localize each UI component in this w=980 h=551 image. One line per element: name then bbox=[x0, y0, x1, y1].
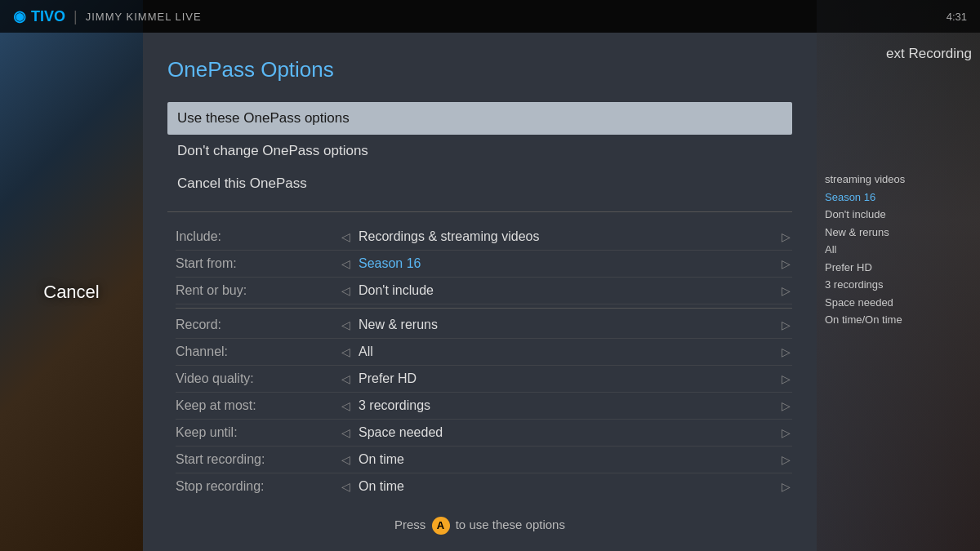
right-item-preferhd: Prefer HD bbox=[825, 260, 972, 276]
arrow-right-include[interactable]: ▷ bbox=[779, 230, 792, 243]
option-start-from-label: Start from: bbox=[176, 256, 339, 271]
option-rent-buy: Rent or buy: ◁ Don't include ▷ bbox=[176, 278, 792, 304]
tivo-header: ◉ TIVO | JIMMY KIMMEL LIVE 4:31 bbox=[0, 0, 980, 33]
right-item-streaming: streaming videos bbox=[825, 171, 972, 188]
option-keep-at-most-label: Keep at most: bbox=[176, 398, 339, 413]
right-item-ontime: On time/On time bbox=[825, 312, 972, 328]
option-video-quality-controls: ◁ Prefer HD ▷ bbox=[339, 371, 792, 386]
arrow-right-keep-until[interactable]: ▷ bbox=[779, 426, 792, 439]
next-recording-header: ext Recording bbox=[878, 33, 980, 75]
option-rent-buy-controls: ◁ Don't include ▷ bbox=[339, 283, 792, 298]
tivo-wordmark: TIVO bbox=[31, 8, 65, 25]
menu-item-use[interactable]: Use these OnePass options bbox=[167, 102, 792, 135]
right-item-dontinclude: Don't include bbox=[825, 207, 972, 223]
right-item-3recordings: 3 recordings bbox=[825, 277, 972, 293]
option-start-recording: Start recording: ◁ On time ▷ bbox=[176, 447, 792, 473]
option-start-recording-controls: ◁ On time ▷ bbox=[339, 452, 792, 467]
option-record-controls: ◁ New & reruns ▷ bbox=[339, 318, 792, 332]
option-keep-until-controls: ◁ Space needed ▷ bbox=[339, 425, 792, 440]
arrow-left-channel[interactable]: ◁ bbox=[339, 345, 352, 358]
option-stop-recording-label: Stop recording: bbox=[176, 479, 339, 494]
arrow-left-keep-at-most[interactable]: ◁ bbox=[339, 399, 352, 412]
a-button[interactable]: A bbox=[432, 517, 450, 535]
show-name: JIMMY KIMMEL LIVE bbox=[86, 11, 202, 23]
option-video-quality-label: Video quality: bbox=[176, 371, 339, 386]
arrow-right-stop-recording[interactable]: ▷ bbox=[779, 480, 792, 493]
option-start-from-controls: ◁ Season 16 ▷ bbox=[339, 256, 792, 271]
right-summary: streaming videos Season 16 Don't include… bbox=[817, 163, 980, 338]
footer-prefix: Press bbox=[394, 518, 425, 531]
arrow-right-start-recording[interactable]: ▷ bbox=[779, 453, 792, 466]
tivo-icon: ◉ bbox=[13, 7, 26, 25]
option-keep-at-most: Keep at most: ◁ 3 recordings ▷ bbox=[176, 393, 792, 420]
option-channel-label: Channel: bbox=[176, 344, 339, 359]
arrow-left-keep-until[interactable]: ◁ bbox=[339, 426, 352, 439]
option-include-label: Include: bbox=[176, 229, 339, 244]
option-record: Record: ◁ New & reruns ▷ bbox=[176, 312, 792, 339]
option-rent-buy-value: Don't include bbox=[359, 283, 773, 298]
right-item-spaceneeded: Space needed bbox=[825, 295, 972, 311]
option-include-value: Recordings & streaming videos bbox=[359, 229, 773, 244]
tivo-logo: ◉ TIVO bbox=[13, 7, 65, 25]
arrow-right-record[interactable]: ▷ bbox=[779, 318, 792, 331]
current-time: 4:31 bbox=[947, 11, 967, 23]
arrow-left-start-recording[interactable]: ◁ bbox=[339, 453, 352, 466]
option-include-controls: ◁ Recordings & streaming videos ▷ bbox=[339, 229, 792, 244]
arrow-left-start-from[interactable]: ◁ bbox=[339, 257, 352, 270]
arrow-left-record[interactable]: ◁ bbox=[339, 318, 352, 331]
option-record-value: New & reruns bbox=[359, 318, 773, 332]
right-item-season: Season 16 bbox=[825, 189, 972, 206]
onepass-dialog: OnePass Options Use these OnePass option… bbox=[143, 33, 817, 551]
menu-item-dont-change[interactable]: Don't change OnePass options bbox=[167, 135, 792, 167]
option-start-from-value: Season 16 bbox=[359, 256, 773, 271]
arrow-left-stop-recording[interactable]: ◁ bbox=[339, 480, 352, 493]
option-video-quality-value: Prefer HD bbox=[359, 371, 773, 386]
dialog-footer: Press A to use these options bbox=[143, 517, 817, 535]
option-channel-value: All bbox=[359, 344, 773, 359]
right-item-all: All bbox=[825, 242, 972, 258]
option-start-from: Start from: ◁ Season 16 ▷ bbox=[176, 251, 792, 278]
option-channel: Channel: ◁ All ▷ bbox=[176, 339, 792, 366]
right-item-reruns: New & reruns bbox=[825, 224, 972, 241]
option-video-quality: Video quality: ◁ Prefer HD ▷ bbox=[176, 366, 792, 393]
arrow-left-rent-buy[interactable]: ◁ bbox=[339, 284, 352, 297]
arrow-right-start-from[interactable]: ▷ bbox=[779, 257, 792, 270]
option-record-label: Record: bbox=[176, 318, 339, 332]
next-recording-text: ext Recording bbox=[886, 46, 972, 61]
arrow-right-video-quality[interactable]: ▷ bbox=[779, 372, 792, 385]
menu-item-cancel-onepass[interactable]: Cancel this OnePass bbox=[167, 167, 792, 200]
arrow-right-rent-buy[interactable]: ▷ bbox=[779, 284, 792, 297]
options-section: Include: ◁ Recordings & streaming videos… bbox=[167, 224, 792, 500]
option-keep-at-most-value: 3 recordings bbox=[359, 398, 773, 413]
option-rent-buy-label: Rent or buy: bbox=[176, 283, 339, 298]
arrow-right-channel[interactable]: ▷ bbox=[779, 345, 792, 358]
option-start-recording-label: Start recording: bbox=[176, 452, 339, 467]
footer-suffix: to use these options bbox=[456, 518, 565, 531]
option-start-recording-value: On time bbox=[359, 452, 773, 467]
arrow-left-include[interactable]: ◁ bbox=[339, 230, 352, 243]
cancel-label: Cancel bbox=[43, 282, 99, 303]
header-divider: | bbox=[74, 8, 78, 25]
option-keep-until-value: Space needed bbox=[359, 425, 773, 440]
option-stop-recording-value: On time bbox=[359, 479, 773, 494]
options-group-divider bbox=[176, 308, 792, 309]
arrow-right-keep-at-most[interactable]: ▷ bbox=[779, 399, 792, 412]
option-stop-recording-controls: ◁ On time ▷ bbox=[339, 479, 792, 494]
option-keep-until-label: Keep until: bbox=[176, 425, 339, 440]
option-stop-recording: Stop recording: ◁ On time ▷ bbox=[176, 473, 792, 500]
left-panel: Cancel bbox=[0, 33, 143, 551]
section-divider bbox=[167, 211, 792, 212]
option-keep-at-most-controls: ◁ 3 recordings ▷ bbox=[339, 398, 792, 413]
dialog-title: OnePass Options bbox=[167, 57, 792, 82]
option-include: Include: ◁ Recordings & streaming videos… bbox=[176, 224, 792, 251]
arrow-left-video-quality[interactable]: ◁ bbox=[339, 372, 352, 385]
option-channel-controls: ◁ All ▷ bbox=[339, 344, 792, 359]
option-keep-until: Keep until: ◁ Space needed ▷ bbox=[176, 420, 792, 447]
